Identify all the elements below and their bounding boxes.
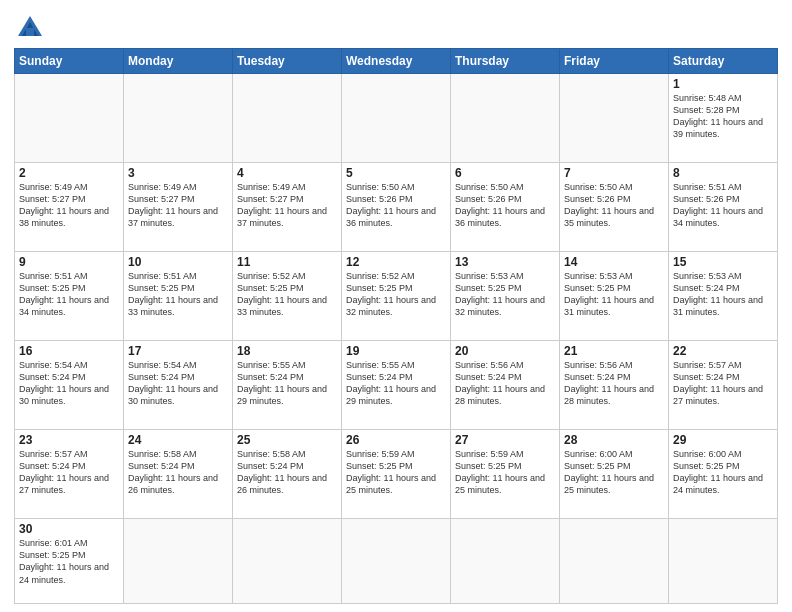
header bbox=[14, 10, 778, 42]
calendar-cell: 23Sunrise: 5:57 AM Sunset: 5:24 PM Dayli… bbox=[15, 430, 124, 519]
calendar-cell: 16Sunrise: 5:54 AM Sunset: 5:24 PM Dayli… bbox=[15, 341, 124, 430]
calendar-week-row: 9Sunrise: 5:51 AM Sunset: 5:25 PM Daylig… bbox=[15, 252, 778, 341]
day-number: 25 bbox=[237, 433, 337, 447]
calendar-cell: 30Sunrise: 6:01 AM Sunset: 5:25 PM Dayli… bbox=[15, 519, 124, 604]
day-info: Sunrise: 5:54 AM Sunset: 5:24 PM Dayligh… bbox=[128, 359, 228, 408]
day-info: Sunrise: 5:51 AM Sunset: 5:26 PM Dayligh… bbox=[673, 181, 773, 230]
weekday-header-wednesday: Wednesday bbox=[342, 49, 451, 74]
day-info: Sunrise: 5:55 AM Sunset: 5:24 PM Dayligh… bbox=[346, 359, 446, 408]
day-info: Sunrise: 5:53 AM Sunset: 5:25 PM Dayligh… bbox=[455, 270, 555, 319]
day-number: 27 bbox=[455, 433, 555, 447]
calendar-cell: 26Sunrise: 5:59 AM Sunset: 5:25 PM Dayli… bbox=[342, 430, 451, 519]
calendar-cell: 24Sunrise: 5:58 AM Sunset: 5:24 PM Dayli… bbox=[124, 430, 233, 519]
day-info: Sunrise: 5:48 AM Sunset: 5:28 PM Dayligh… bbox=[673, 92, 773, 141]
day-number: 23 bbox=[19, 433, 119, 447]
day-info: Sunrise: 5:56 AM Sunset: 5:24 PM Dayligh… bbox=[455, 359, 555, 408]
day-number: 20 bbox=[455, 344, 555, 358]
calendar-cell: 13Sunrise: 5:53 AM Sunset: 5:25 PM Dayli… bbox=[451, 252, 560, 341]
calendar-cell: 19Sunrise: 5:55 AM Sunset: 5:24 PM Dayli… bbox=[342, 341, 451, 430]
day-number: 16 bbox=[19, 344, 119, 358]
day-number: 21 bbox=[564, 344, 664, 358]
day-number: 1 bbox=[673, 77, 773, 91]
calendar-cell: 10Sunrise: 5:51 AM Sunset: 5:25 PM Dayli… bbox=[124, 252, 233, 341]
day-info: Sunrise: 5:59 AM Sunset: 5:25 PM Dayligh… bbox=[455, 448, 555, 497]
day-number: 30 bbox=[19, 522, 119, 536]
svg-rect-2 bbox=[26, 28, 34, 36]
day-number: 7 bbox=[564, 166, 664, 180]
day-info: Sunrise: 5:49 AM Sunset: 5:27 PM Dayligh… bbox=[237, 181, 337, 230]
calendar-cell: 3Sunrise: 5:49 AM Sunset: 5:27 PM Daylig… bbox=[124, 163, 233, 252]
logo bbox=[14, 14, 44, 42]
calendar-cell bbox=[124, 74, 233, 163]
day-info: Sunrise: 5:50 AM Sunset: 5:26 PM Dayligh… bbox=[346, 181, 446, 230]
day-number: 28 bbox=[564, 433, 664, 447]
day-number: 14 bbox=[564, 255, 664, 269]
day-info: Sunrise: 5:50 AM Sunset: 5:26 PM Dayligh… bbox=[564, 181, 664, 230]
calendar-cell: 28Sunrise: 6:00 AM Sunset: 5:25 PM Dayli… bbox=[560, 430, 669, 519]
day-number: 26 bbox=[346, 433, 446, 447]
weekday-header-thursday: Thursday bbox=[451, 49, 560, 74]
calendar-cell bbox=[560, 74, 669, 163]
day-info: Sunrise: 5:57 AM Sunset: 5:24 PM Dayligh… bbox=[673, 359, 773, 408]
day-number: 10 bbox=[128, 255, 228, 269]
day-number: 13 bbox=[455, 255, 555, 269]
day-info: Sunrise: 5:50 AM Sunset: 5:26 PM Dayligh… bbox=[455, 181, 555, 230]
calendar-cell: 21Sunrise: 5:56 AM Sunset: 5:24 PM Dayli… bbox=[560, 341, 669, 430]
calendar-cell: 17Sunrise: 5:54 AM Sunset: 5:24 PM Dayli… bbox=[124, 341, 233, 430]
calendar-table: SundayMondayTuesdayWednesdayThursdayFrid… bbox=[14, 48, 778, 604]
calendar-cell bbox=[560, 519, 669, 604]
day-number: 18 bbox=[237, 344, 337, 358]
calendar-cell: 7Sunrise: 5:50 AM Sunset: 5:26 PM Daylig… bbox=[560, 163, 669, 252]
calendar-cell: 8Sunrise: 5:51 AM Sunset: 5:26 PM Daylig… bbox=[669, 163, 778, 252]
day-info: Sunrise: 5:55 AM Sunset: 5:24 PM Dayligh… bbox=[237, 359, 337, 408]
calendar-cell bbox=[233, 74, 342, 163]
calendar-cell bbox=[124, 519, 233, 604]
day-info: Sunrise: 5:49 AM Sunset: 5:27 PM Dayligh… bbox=[19, 181, 119, 230]
weekday-header-row: SundayMondayTuesdayWednesdayThursdayFrid… bbox=[15, 49, 778, 74]
calendar-week-row: 2Sunrise: 5:49 AM Sunset: 5:27 PM Daylig… bbox=[15, 163, 778, 252]
day-number: 4 bbox=[237, 166, 337, 180]
day-info: Sunrise: 5:52 AM Sunset: 5:25 PM Dayligh… bbox=[346, 270, 446, 319]
day-info: Sunrise: 5:59 AM Sunset: 5:25 PM Dayligh… bbox=[346, 448, 446, 497]
day-info: Sunrise: 5:54 AM Sunset: 5:24 PM Dayligh… bbox=[19, 359, 119, 408]
day-info: Sunrise: 5:53 AM Sunset: 5:25 PM Dayligh… bbox=[564, 270, 664, 319]
calendar-cell: 29Sunrise: 6:00 AM Sunset: 5:25 PM Dayli… bbox=[669, 430, 778, 519]
calendar-cell: 5Sunrise: 5:50 AM Sunset: 5:26 PM Daylig… bbox=[342, 163, 451, 252]
calendar-cell bbox=[342, 74, 451, 163]
day-info: Sunrise: 5:52 AM Sunset: 5:25 PM Dayligh… bbox=[237, 270, 337, 319]
calendar-cell: 11Sunrise: 5:52 AM Sunset: 5:25 PM Dayli… bbox=[233, 252, 342, 341]
day-number: 3 bbox=[128, 166, 228, 180]
page: SundayMondayTuesdayWednesdayThursdayFrid… bbox=[0, 0, 792, 612]
calendar-cell: 25Sunrise: 5:58 AM Sunset: 5:24 PM Dayli… bbox=[233, 430, 342, 519]
calendar-cell bbox=[233, 519, 342, 604]
calendar-cell bbox=[451, 74, 560, 163]
day-number: 2 bbox=[19, 166, 119, 180]
day-info: Sunrise: 6:01 AM Sunset: 5:25 PM Dayligh… bbox=[19, 537, 119, 586]
calendar-cell: 1Sunrise: 5:48 AM Sunset: 5:28 PM Daylig… bbox=[669, 74, 778, 163]
day-info: Sunrise: 6:00 AM Sunset: 5:25 PM Dayligh… bbox=[673, 448, 773, 497]
calendar-cell: 2Sunrise: 5:49 AM Sunset: 5:27 PM Daylig… bbox=[15, 163, 124, 252]
weekday-header-monday: Monday bbox=[124, 49, 233, 74]
calendar-cell bbox=[451, 519, 560, 604]
day-number: 6 bbox=[455, 166, 555, 180]
day-info: Sunrise: 5:53 AM Sunset: 5:24 PM Dayligh… bbox=[673, 270, 773, 319]
calendar-cell: 27Sunrise: 5:59 AM Sunset: 5:25 PM Dayli… bbox=[451, 430, 560, 519]
weekday-header-saturday: Saturday bbox=[669, 49, 778, 74]
calendar-week-row: 16Sunrise: 5:54 AM Sunset: 5:24 PM Dayli… bbox=[15, 341, 778, 430]
day-info: Sunrise: 6:00 AM Sunset: 5:25 PM Dayligh… bbox=[564, 448, 664, 497]
day-number: 12 bbox=[346, 255, 446, 269]
calendar-cell: 12Sunrise: 5:52 AM Sunset: 5:25 PM Dayli… bbox=[342, 252, 451, 341]
calendar-cell: 18Sunrise: 5:55 AM Sunset: 5:24 PM Dayli… bbox=[233, 341, 342, 430]
day-number: 24 bbox=[128, 433, 228, 447]
calendar-cell: 22Sunrise: 5:57 AM Sunset: 5:24 PM Dayli… bbox=[669, 341, 778, 430]
day-number: 15 bbox=[673, 255, 773, 269]
day-info: Sunrise: 5:58 AM Sunset: 5:24 PM Dayligh… bbox=[237, 448, 337, 497]
calendar-cell bbox=[342, 519, 451, 604]
calendar-cell: 15Sunrise: 5:53 AM Sunset: 5:24 PM Dayli… bbox=[669, 252, 778, 341]
day-number: 19 bbox=[346, 344, 446, 358]
day-info: Sunrise: 5:51 AM Sunset: 5:25 PM Dayligh… bbox=[128, 270, 228, 319]
calendar-cell: 20Sunrise: 5:56 AM Sunset: 5:24 PM Dayli… bbox=[451, 341, 560, 430]
day-number: 5 bbox=[346, 166, 446, 180]
day-number: 17 bbox=[128, 344, 228, 358]
day-number: 8 bbox=[673, 166, 773, 180]
